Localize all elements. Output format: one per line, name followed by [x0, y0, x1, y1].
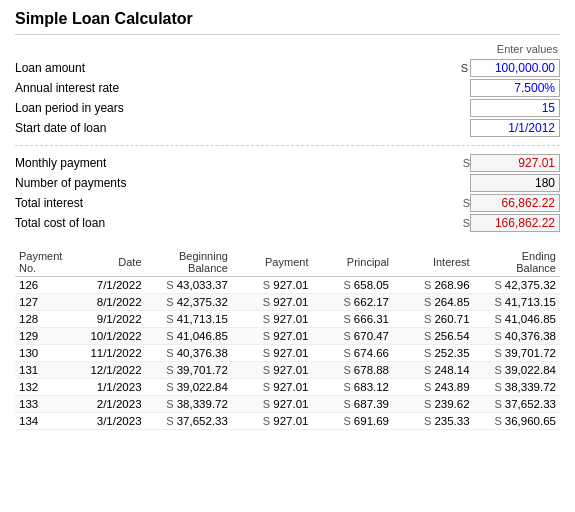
- total-cost-sym: S: [463, 217, 470, 229]
- table-row: 129 10/1/2022 S 41,046.85 S 927.01 S 670…: [15, 328, 560, 345]
- cell-no: 132: [15, 379, 74, 396]
- cell-principal: S 691.69: [312, 413, 393, 430]
- cell-principal: S 674.66: [312, 345, 393, 362]
- cell-date: 12/1/2022: [74, 362, 145, 379]
- cell-interest: S 268.96: [393, 277, 474, 294]
- col-header-interest: Interest: [393, 248, 474, 277]
- table-row: 126 7/1/2022 S 43,033.37 S 927.01 S 658.…: [15, 277, 560, 294]
- interest-rate-label: Annual interest rate: [15, 81, 470, 95]
- cell-begin: S 39,022.84: [146, 379, 232, 396]
- total-interest-label: Total interest: [15, 196, 463, 210]
- cell-payment: S 927.01: [232, 362, 313, 379]
- start-date-row: Start date of loan 1/1/2012: [15, 119, 560, 137]
- cell-principal: S 687.39: [312, 396, 393, 413]
- interest-rate-input[interactable]: 7.500%: [470, 79, 560, 97]
- loan-amount-row: Loan amount S 100,000.00: [15, 59, 560, 77]
- loan-period-row: Loan period in years 15: [15, 99, 560, 117]
- num-payments-row: Number of payments 180: [15, 174, 560, 192]
- col-header-ending: Ending Balance: [474, 248, 560, 277]
- cell-principal: S 666.31: [312, 311, 393, 328]
- cell-date: 9/1/2022: [74, 311, 145, 328]
- section-divider: [15, 145, 560, 146]
- cell-no: 133: [15, 396, 74, 413]
- num-payments-label: Number of payments: [15, 176, 470, 190]
- amortization-table-section: Payment No. Date Beginning Balance Payme…: [15, 248, 560, 430]
- cell-payment: S 927.01: [232, 413, 313, 430]
- enter-values-header: Enter values: [15, 43, 560, 55]
- loan-amount-label: Loan amount: [15, 61, 461, 75]
- cell-begin: S 40,376.38: [146, 345, 232, 362]
- interest-rate-row: Annual interest rate 7.500%: [15, 79, 560, 97]
- table-row: 134 3/1/2023 S 37,652.33 S 927.01 S 691.…: [15, 413, 560, 430]
- cell-ending: S 36,960.65: [474, 413, 560, 430]
- cell-begin: S 41,713.15: [146, 311, 232, 328]
- cell-date: 10/1/2022: [74, 328, 145, 345]
- monthly-payment-sym: S: [463, 157, 470, 169]
- top-section: Enter values Loan amount S 100,000.00 An…: [15, 43, 560, 234]
- results-section: Monthly payment S 927.01 Number of payme…: [15, 154, 560, 232]
- table-body: 126 7/1/2022 S 43,033.37 S 927.01 S 658.…: [15, 277, 560, 430]
- table-row: 127 8/1/2022 S 42,375.32 S 927.01 S 662.…: [15, 294, 560, 311]
- total-interest-sym: S: [463, 197, 470, 209]
- col-header-beginning: Beginning Balance: [146, 248, 232, 277]
- total-interest-value: 66,862.22: [470, 194, 560, 212]
- cell-no: 128: [15, 311, 74, 328]
- cell-date: 8/1/2022: [74, 294, 145, 311]
- start-date-input[interactable]: 1/1/2012: [470, 119, 560, 137]
- cell-ending: S 42,375.32: [474, 277, 560, 294]
- cell-interest: S 260.71: [393, 311, 474, 328]
- cell-principal: S 683.12: [312, 379, 393, 396]
- loan-period-input[interactable]: 15: [470, 99, 560, 117]
- cell-no: 129: [15, 328, 74, 345]
- col-header-payment: Payment: [232, 248, 313, 277]
- total-cost-value: 166,862.22: [470, 214, 560, 232]
- cell-begin: S 37,652.33: [146, 413, 232, 430]
- cell-begin: S 39,701.72: [146, 362, 232, 379]
- cell-interest: S 256.54: [393, 328, 474, 345]
- col-header-principal: Principal: [312, 248, 393, 277]
- page-title: Simple Loan Calculator: [15, 10, 560, 35]
- cell-begin: S 43,033.37: [146, 277, 232, 294]
- monthly-payment-label: Monthly payment: [15, 156, 463, 170]
- cell-begin: S 42,375.32: [146, 294, 232, 311]
- monthly-payment-value: 927.01: [470, 154, 560, 172]
- cell-interest: S 235.33: [393, 413, 474, 430]
- cell-no: 134: [15, 413, 74, 430]
- table-header-row: Payment No. Date Beginning Balance Payme…: [15, 248, 560, 277]
- total-cost-label: Total cost of loan: [15, 216, 463, 230]
- monthly-payment-row: Monthly payment S 927.01: [15, 154, 560, 172]
- cell-payment: S 927.01: [232, 379, 313, 396]
- cell-payment: S 927.01: [232, 396, 313, 413]
- cell-begin: S 38,339.72: [146, 396, 232, 413]
- cell-principal: S 658.05: [312, 277, 393, 294]
- cell-interest: S 239.62: [393, 396, 474, 413]
- cell-begin: S 41,046.85: [146, 328, 232, 345]
- cell-payment: S 927.01: [232, 328, 313, 345]
- loan-amount-sym: S: [461, 62, 468, 74]
- cell-ending: S 41,046.85: [474, 311, 560, 328]
- cell-no: 127: [15, 294, 74, 311]
- total-cost-row: Total cost of loan S 166,862.22: [15, 214, 560, 232]
- cell-principal: S 678.88: [312, 362, 393, 379]
- table-row: 132 1/1/2023 S 39,022.84 S 927.01 S 683.…: [15, 379, 560, 396]
- cell-interest: S 264.85: [393, 294, 474, 311]
- input-section: Enter values Loan amount S 100,000.00 An…: [15, 43, 560, 234]
- cell-ending: S 40,376.38: [474, 328, 560, 345]
- cell-payment: S 927.01: [232, 345, 313, 362]
- cell-principal: S 662.17: [312, 294, 393, 311]
- col-header-date: Date: [74, 248, 145, 277]
- cell-ending: S 41,713.15: [474, 294, 560, 311]
- cell-no: 126: [15, 277, 74, 294]
- loan-amount-input[interactable]: 100,000.00: [470, 59, 560, 77]
- num-payments-value: 180: [470, 174, 560, 192]
- cell-ending: S 39,022.84: [474, 362, 560, 379]
- cell-no: 130: [15, 345, 74, 362]
- cell-payment: S 927.01: [232, 294, 313, 311]
- cell-payment: S 927.01: [232, 277, 313, 294]
- loan-period-label: Loan period in years: [15, 101, 470, 115]
- cell-date: 1/1/2023: [74, 379, 145, 396]
- cell-date: 7/1/2022: [74, 277, 145, 294]
- table-row: 133 2/1/2023 S 38,339.72 S 927.01 S 687.…: [15, 396, 560, 413]
- cell-date: 11/1/2022: [74, 345, 145, 362]
- cell-payment: S 927.01: [232, 311, 313, 328]
